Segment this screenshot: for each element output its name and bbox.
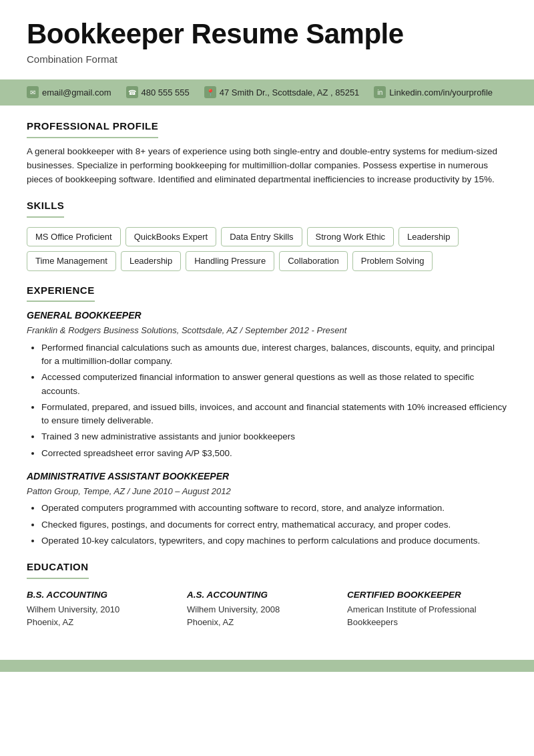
bullet-item: Operated 10-key calculators, typewriters… bbox=[41, 534, 507, 548]
resume-page: Bookkeeper Resume Sample Combination For… bbox=[0, 0, 534, 756]
edu-detail-line1: Wilhem University, 2010 bbox=[27, 603, 187, 616]
job-company: Patton Group, Tempe, AZ / June 2010 – Au… bbox=[27, 485, 507, 498]
education-column: CERTIFIED BOOKKEEPERAmerican Institute o… bbox=[347, 588, 507, 629]
skill-tag: Data Entry Skills bbox=[221, 227, 302, 247]
job-bullets: Performed financial calculations such as… bbox=[41, 341, 507, 460]
edu-detail-line1: American Institute of Professional Bookk… bbox=[347, 603, 507, 629]
skill-tag: Handling Pressure bbox=[186, 251, 274, 271]
job-title: ADMINISTRATIVE ASSISTANT BOOKKEEPER bbox=[27, 469, 507, 484]
header-section: Bookkeeper Resume Sample Combination For… bbox=[0, 0, 534, 79]
bullet-item: Performed financial calculations such as… bbox=[41, 341, 507, 369]
bullet-item: Operated computers programmed with accou… bbox=[41, 502, 507, 515]
job-title: GENERAL BOOKKEEPER bbox=[27, 309, 507, 323]
email-icon: ✉ bbox=[27, 86, 39, 98]
skill-tag: Problem Solving bbox=[352, 251, 433, 271]
edu-detail-line2: Phoenix, AZ bbox=[27, 616, 187, 629]
skill-tag: MS Office Proficient bbox=[27, 227, 121, 247]
skills-container: MS Office ProficientQuickBooks ExpertDat… bbox=[27, 227, 507, 271]
resume-title: Bookkeeper Resume Sample bbox=[27, 19, 507, 49]
edu-detail-line1: Wilhem University, 2008 bbox=[187, 603, 347, 616]
experience-container: GENERAL BOOKKEEPERFranklin & Rodgers Bus… bbox=[27, 309, 507, 548]
edu-degree: A.S. ACCOUNTING bbox=[187, 588, 347, 602]
education-title: EDUCATION bbox=[27, 560, 89, 579]
contact-linkedin: in Linkedin.com/in/yourprofile bbox=[374, 86, 493, 100]
linkedin-icon: in bbox=[374, 86, 386, 98]
skill-tag: Leadership bbox=[121, 251, 181, 271]
location-icon: 📍 bbox=[204, 86, 216, 98]
education-column: A.S. ACCOUNTINGWilhem University, 2008Ph… bbox=[187, 588, 347, 629]
phone-icon: ☎ bbox=[126, 86, 138, 98]
bullet-item: Formulated, prepared, and issued bills, … bbox=[41, 401, 507, 428]
main-content: PROFESSIONAL PROFILE A general bookkeepe… bbox=[0, 106, 534, 654]
skill-tag: Strong Work Ethic bbox=[307, 227, 394, 247]
contact-email: ✉ email@gmail.com bbox=[27, 86, 111, 100]
edu-degree: CERTIFIED BOOKKEEPER bbox=[347, 588, 507, 602]
profile-title: PROFESSIONAL PROFILE bbox=[27, 119, 158, 138]
edu-degree: B.S. ACCOUNTING bbox=[27, 588, 187, 602]
bullet-item: Checked figures, postings, and documents… bbox=[41, 518, 507, 532]
contact-phone: ☎ 480 555 555 bbox=[126, 86, 190, 100]
resume-subtitle: Combination Format bbox=[27, 52, 507, 67]
edu-detail-line2: Phoenix, AZ bbox=[187, 616, 347, 629]
experience-entry: ADMINISTRATIVE ASSISTANT BOOKKEEPERPatto… bbox=[27, 469, 507, 548]
skills-section: SKILLS MS Office ProficientQuickBooks Ex… bbox=[27, 198, 507, 271]
bullet-item: Corrected spreadsheet error saving A/P $… bbox=[41, 447, 507, 460]
education-section: EDUCATION B.S. ACCOUNTINGWilhem Universi… bbox=[27, 560, 507, 629]
skill-tag: QuickBooks Expert bbox=[125, 227, 217, 247]
experience-title: EXPERIENCE bbox=[27, 283, 95, 303]
footer-bar bbox=[0, 660, 534, 672]
bullet-item: Trained 3 new administrative assistants … bbox=[41, 430, 507, 443]
bullet-item: Accessed computerized financial informat… bbox=[41, 371, 507, 398]
profile-section: PROFESSIONAL PROFILE A general bookkeepe… bbox=[27, 119, 507, 186]
contact-address: 📍 47 Smith Dr., Scottsdale, AZ , 85251 bbox=[204, 86, 360, 100]
experience-section: EXPERIENCE GENERAL BOOKKEEPERFranklin & … bbox=[27, 283, 507, 548]
experience-entry: GENERAL BOOKKEEPERFranklin & Rodgers Bus… bbox=[27, 309, 507, 460]
skill-tag: Time Management bbox=[27, 251, 116, 271]
job-bullets: Operated computers programmed with accou… bbox=[41, 502, 507, 548]
profile-text: A general bookkeeper with 8+ years of ex… bbox=[27, 145, 507, 187]
job-company: Franklin & Rodgers Business Solutions, S… bbox=[27, 324, 507, 337]
skill-tag: Leadership bbox=[398, 227, 459, 247]
contact-bar: ✉ email@gmail.com ☎ 480 555 555 📍 47 Smi… bbox=[0, 79, 534, 106]
education-grid: B.S. ACCOUNTINGWilhem University, 2010Ph… bbox=[27, 588, 507, 629]
education-column: B.S. ACCOUNTINGWilhem University, 2010Ph… bbox=[27, 588, 187, 629]
skills-title: SKILLS bbox=[27, 198, 64, 218]
skill-tag: Collaboration bbox=[279, 251, 348, 271]
